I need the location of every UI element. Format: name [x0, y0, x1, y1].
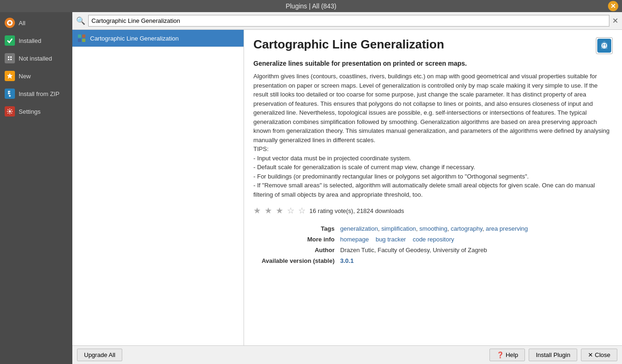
svg-rect-11 — [8, 93, 10, 94]
svg-rect-4 — [8, 56, 9, 58]
search-input[interactable] — [88, 15, 609, 27]
bottom-bar: Upgrade All ❓ Help Install Plugin ✕ Clos… — [72, 345, 622, 364]
sidebar-item-new-label: New — [19, 73, 31, 80]
bug-tracker-link[interactable]: bug tracker — [376, 236, 406, 243]
star-4: ☆ — [287, 206, 294, 216]
author-row: Author Drazen Tutic, Faculty of Geodesy,… — [253, 245, 613, 255]
plugin-icon-button[interactable] — [596, 37, 613, 54]
plugin-list-item-icon — [77, 34, 86, 43]
sidebar-item-new[interactable]: New — [0, 67, 72, 85]
tag-smoothing[interactable]: smoothing — [419, 225, 447, 232]
star-5: ☆ — [298, 206, 306, 216]
tag-cartography[interactable]: cartography — [451, 225, 482, 232]
main-container: All Installed Not installed — [0, 12, 622, 364]
plugin-list-item[interactable]: Cartographic Line Generalization — [72, 30, 244, 47]
titlebar-close-button[interactable]: ✕ — [608, 1, 618, 11]
svg-rect-14 — [78, 34, 81, 38]
plugin-detail: Cartographic Line Generalization General… — [244, 30, 622, 345]
version-value: 3.0.1 — [337, 255, 613, 266]
split-area: Cartographic Line Generalization Cartogr… — [72, 30, 622, 345]
search-clear-button[interactable]: ✕ — [612, 16, 618, 25]
plugin-list-item-label: Cartographic Line Generalization — [90, 35, 179, 42]
more-info-values: homepage bug tracker code repository — [337, 234, 613, 245]
sidebar: All Installed Not installed — [0, 12, 72, 364]
sidebar-item-all-label: All — [19, 20, 25, 27]
sidebar-item-installed[interactable]: Installed — [0, 32, 72, 49]
svg-rect-17 — [82, 39, 85, 42]
svg-rect-3 — [7, 55, 13, 62]
svg-rect-9 — [8, 91, 10, 92]
plugin-list: Cartographic Line Generalization — [72, 30, 244, 345]
new-icon — [5, 71, 15, 81]
bottom-left: Upgrade All — [77, 349, 122, 361]
version-row: Available version (stable) 3.0.1 — [253, 255, 613, 266]
svg-rect-10 — [8, 92, 9, 93]
tag-generalization[interactable]: generalization — [340, 225, 378, 232]
install-plugin-button[interactable]: Install Plugin — [529, 349, 577, 361]
titlebar: Plugins | All (843) ✕ — [0, 0, 622, 12]
sidebar-item-install-from-zip-label: Install from ZIP — [19, 90, 59, 97]
tags-label: Tags — [253, 223, 337, 234]
upgrade-all-button[interactable]: Upgrade All — [77, 349, 122, 361]
code-repository-link[interactable]: code repository — [412, 236, 454, 243]
settings-icon — [5, 106, 15, 117]
all-icon — [5, 18, 15, 28]
help-button[interactable]: ❓ Help — [489, 349, 525, 361]
sidebar-item-all[interactable]: All — [0, 14, 72, 32]
plugin-description: Algorithm gives lines (contours, coastli… — [253, 72, 613, 199]
homepage-link[interactable]: homepage — [340, 236, 369, 243]
metadata-table: Tags generalization, simplification, smo… — [253, 223, 613, 266]
svg-rect-7 — [10, 59, 12, 60]
sidebar-item-installed-label: Installed — [19, 37, 41, 44]
plugin-title: Cartographic Line Generalization — [253, 37, 444, 52]
rating-text: 16 rating vote(s), 21824 downloads — [309, 207, 404, 214]
tags-values: generalization, simplification, smoothin… — [337, 223, 613, 234]
star-3: ★ — [276, 206, 283, 216]
plugin-install-icon — [597, 39, 611, 53]
search-icon: 🔍 — [76, 16, 85, 25]
svg-rect-5 — [10, 56, 12, 58]
svg-rect-16 — [78, 39, 81, 42]
content-area: 🔍 ✕ Cartographic Line Genera — [72, 12, 622, 364]
close-icon: ✕ — [588, 351, 593, 358]
not-installed-icon — [5, 53, 15, 63]
svg-point-13 — [9, 110, 11, 113]
close-button[interactable]: ✕ Close — [581, 349, 617, 361]
sidebar-item-not-installed-label: Not installed — [19, 55, 52, 62]
titlebar-title: Plugins | All (843) — [286, 2, 336, 10]
star-2: ★ — [265, 206, 272, 216]
author-label: Author — [253, 245, 337, 255]
plugin-subtitle: Generalize lines suitable for presentati… — [253, 60, 613, 67]
sidebar-item-not-installed[interactable]: Not installed — [0, 49, 72, 67]
svg-marker-8 — [7, 73, 13, 79]
detail-header: Cartographic Line Generalization — [253, 37, 613, 54]
star-1: ★ — [253, 206, 261, 216]
svg-rect-15 — [82, 34, 85, 38]
search-bar: 🔍 ✕ — [72, 12, 622, 30]
version-label: Available version (stable) — [253, 255, 337, 266]
sidebar-item-install-from-zip[interactable]: Install from ZIP — [0, 85, 72, 103]
tags-row: Tags generalization, simplification, smo… — [253, 223, 613, 234]
author-value: Drazen Tutic, Faculty of Geodesy, Univer… — [337, 245, 613, 255]
install-zip-icon — [5, 89, 15, 99]
sidebar-item-settings-label: Settings — [19, 108, 41, 115]
svg-point-1 — [8, 21, 11, 24]
help-icon: ❓ — [496, 351, 504, 358]
tag-area-preserving[interactable]: area preserving — [486, 225, 528, 232]
tag-simplification[interactable]: simplification — [381, 225, 416, 232]
more-info-row: More info homepage bug tracker code repo… — [253, 234, 613, 245]
more-info-label: More info — [253, 234, 337, 245]
close-label: Close — [595, 351, 610, 358]
bottom-right: ❓ Help Install Plugin ✕ Close — [489, 349, 617, 361]
sidebar-item-settings[interactable]: Settings — [0, 103, 72, 120]
svg-rect-6 — [8, 59, 9, 60]
installed-icon — [5, 35, 15, 46]
rating-area: ★ ★ ★ ☆ ☆ 16 rating vote(s), 21824 downl… — [253, 206, 613, 216]
svg-rect-12 — [8, 94, 9, 95]
help-label: Help — [506, 351, 518, 358]
